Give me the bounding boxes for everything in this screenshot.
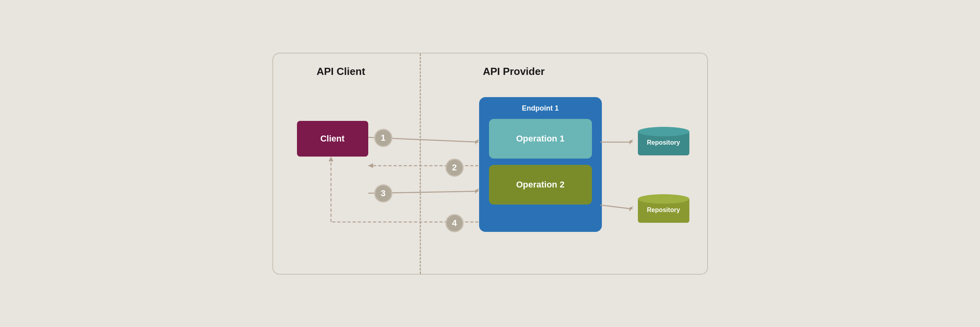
svg-marker-3 xyxy=(368,163,373,168)
repository1: Repository xyxy=(638,127,689,159)
repo2-label: Repository xyxy=(647,207,680,214)
diagram-container: API Client API Provider Client Endpoint … xyxy=(272,53,708,275)
repo2-top xyxy=(638,194,689,204)
repo2-cylinder: Repository xyxy=(638,194,689,226)
step4-label: 4 xyxy=(452,218,457,228)
operation1-box: Operation 1 xyxy=(489,119,592,159)
step1-circle: 1 xyxy=(374,129,392,147)
step2-label: 2 xyxy=(452,163,457,173)
api-client-label: API Client xyxy=(317,65,365,78)
client-label: Client xyxy=(320,134,344,144)
svg-line-11 xyxy=(600,205,632,209)
client-box: Client xyxy=(297,121,368,157)
repo1-label: Repository xyxy=(647,139,680,146)
step4-circle: 4 xyxy=(445,214,464,232)
endpoint-label: Endpoint 1 xyxy=(522,104,559,113)
svg-marker-10 xyxy=(629,139,633,145)
operation2-label: Operation 2 xyxy=(516,180,564,190)
repo1-top xyxy=(638,127,689,136)
provider-box: Endpoint 1 Operation 1 Operation 2 xyxy=(479,97,602,232)
repo1-cylinder: Repository xyxy=(638,127,689,159)
svg-marker-5 xyxy=(475,188,479,194)
operation2-box: Operation 2 xyxy=(489,165,592,205)
step2-circle: 2 xyxy=(445,159,464,177)
step1-label: 1 xyxy=(381,133,385,143)
repository2: Repository xyxy=(638,194,689,226)
svg-marker-8 xyxy=(328,157,333,161)
api-provider-label: API Provider xyxy=(483,65,545,78)
divider xyxy=(420,54,421,274)
step3-circle: 3 xyxy=(374,184,392,203)
svg-marker-1 xyxy=(475,139,479,145)
step3-label: 3 xyxy=(381,188,385,199)
svg-marker-12 xyxy=(629,206,633,212)
operation1-label: Operation 1 xyxy=(516,134,564,144)
